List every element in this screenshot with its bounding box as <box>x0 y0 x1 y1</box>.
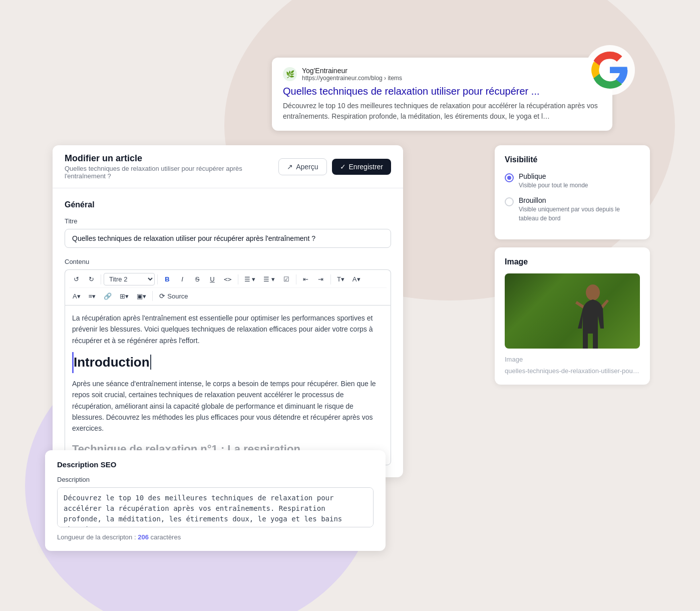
radio-brouillon-circle <box>505 197 514 206</box>
radio-brouillon-label: Brouillon <box>519 196 640 204</box>
radio-public-desc: Visible pour tout le monde <box>519 182 588 189</box>
content-intro: La récupération après l'entraînement est… <box>72 313 384 346</box>
source-icon: ⟳ <box>159 292 165 300</box>
format-select[interactable]: Titre 2 Paragraphe Titre 1 Titre 3 Titre… <box>104 273 155 285</box>
toolbar-divider-3 <box>238 274 238 284</box>
radio-brouillon-desc: Visible uniquement par vous depuis le ta… <box>519 206 620 222</box>
toolbar-row1: ↺ ↻ Titre 2 Paragraphe Titre 1 Titre 3 T… <box>69 273 387 285</box>
google-site-name: Yog'Entraineur <box>302 67 402 75</box>
google-search-card: 🌿 Yog'Entraineur https://yogentraineur.c… <box>272 58 612 131</box>
undo-button[interactable]: ↺ <box>69 273 83 285</box>
radio-brouillon-text: Brouillon Visible uniquement par vous de… <box>519 196 640 222</box>
article-image <box>505 273 640 349</box>
radio-public-text: Publique Visible pour tout le monde <box>519 172 588 189</box>
source-label: Source <box>167 292 188 300</box>
google-logo <box>585 45 635 97</box>
toolbar-divider-1 <box>101 274 101 284</box>
radio-option-brouillon[interactable]: Brouillon Visible uniquement par vous de… <box>505 196 640 222</box>
editor-subtitle: Quelles techniques de relaxation utilise… <box>65 165 278 180</box>
enregistrer-label: Enregistrer <box>349 163 383 171</box>
code-button[interactable]: <> <box>220 273 235 285</box>
toolbar-divider-5 <box>330 274 331 284</box>
redo-button[interactable]: ↻ <box>84 273 98 285</box>
italic-button[interactable]: I <box>175 273 189 285</box>
text-bg-button[interactable]: A▾ <box>69 290 84 302</box>
seo-description-card: Description SEO Description Découvrez le… <box>45 450 386 551</box>
indent-right-button[interactable]: ⇥ <box>314 273 328 285</box>
contenu-label: Contenu <box>65 258 391 265</box>
person-silhouette <box>573 283 613 349</box>
apercu-label: Aperçu <box>296 163 318 171</box>
ordered-list-button[interactable]: ☰ ▾ <box>260 273 278 285</box>
toolbar-divider-4 <box>296 274 296 284</box>
radio-option-public[interactable]: Publique Visible pour tout le monde <box>505 172 640 189</box>
image-card-title: Image <box>505 257 640 266</box>
radio-public-circle <box>505 173 514 182</box>
content-editor[interactable]: La récupération après l'entraînement est… <box>65 305 391 465</box>
table-button[interactable]: ⊞▾ <box>116 290 132 302</box>
seo-suffix: caractères <box>149 533 181 541</box>
seo-card-title: Description SEO <box>57 460 374 469</box>
content-heading: Introduction​ <box>72 352 384 373</box>
content-body: Après une séance d'entraînement intense,… <box>72 378 384 434</box>
task-list-button[interactable]: ☑ <box>279 273 293 285</box>
seo-description-input[interactable]: Découvrez le top 10 des meilleures techn… <box>57 487 374 527</box>
google-favicon: 🌿 <box>283 67 297 81</box>
titre-input[interactable] <box>65 229 391 248</box>
bold-button[interactable]: B <box>160 273 174 285</box>
apercu-button[interactable]: ↗ Aperçu <box>278 158 326 175</box>
image-field-label: Image <box>505 356 640 363</box>
google-site-info: 🌿 Yog'Entraineur https://yogentraineur.c… <box>283 67 402 82</box>
google-site-meta: Yog'Entraineur https://yogentraineur.com… <box>302 67 402 82</box>
visibility-card: Visibilité Publique Visible pour tout le… <box>495 145 650 239</box>
toolbar-divider-2 <box>157 274 158 284</box>
seo-footer: Longueur de la descripton : 206 caractèr… <box>57 533 374 541</box>
seo-length-label: Longueur de la descripton : <box>57 533 138 541</box>
google-card-header: 🌿 Yog'Entraineur https://yogentraineur.c… <box>283 67 601 82</box>
text-color-button[interactable]: A▾ <box>349 273 364 285</box>
visibility-title: Visibilité <box>505 155 640 164</box>
radio-public-inner <box>507 176 511 180</box>
editor-body: Général Titre Contenu ↺ ↻ Titre 2 Paragr… <box>53 188 403 477</box>
seo-desc-label: Description <box>57 476 374 483</box>
radio-public-label: Publique <box>519 172 588 180</box>
indent-left-button[interactable]: ⇤ <box>299 273 313 285</box>
underline-button[interactable]: U <box>205 273 219 285</box>
toolbar-row2: A▾ ≡▾ 🔗 ⊞▾ ▣▾ ⟳ Source <box>69 287 387 302</box>
section-general: Général <box>65 200 391 209</box>
titre-label: Titre <box>65 217 391 225</box>
editor-title: Modifier un article <box>65 153 278 164</box>
google-site-url: https://yogentraineur.com/blog › items <box>302 75 402 82</box>
google-result-title[interactable]: Quelles techniques de relaxation utilise… <box>283 85 601 98</box>
seo-char-count: 206 <box>138 533 149 541</box>
strikethrough-button[interactable]: S <box>190 273 204 285</box>
sidebar-panel: Visibilité Publique Visible pour tout le… <box>495 145 650 385</box>
content-toolbar: ↺ ↻ Titre 2 Paragraphe Titre 1 Titre 3 T… <box>65 269 391 305</box>
media-button[interactable]: ▣▾ <box>133 290 150 302</box>
check-icon: ✓ <box>340 163 346 171</box>
editor-panel: Modifier un article Quelles techniques d… <box>53 145 403 477</box>
toolbar-divider-6 <box>152 291 153 301</box>
link-button[interactable]: 🔗 <box>100 290 115 302</box>
apercu-icon: ↗ <box>287 163 293 171</box>
image-card: Image Image quelles-techniques-de-relaxa… <box>495 247 650 385</box>
editor-header-actions: ↗ Aperçu ✓ Enregistrer <box>278 158 391 175</box>
align-button[interactable]: ≡▾ <box>85 290 100 302</box>
url-field: quelles-techniques-de-relaxation-utilise… <box>505 367 640 375</box>
editor-header: Modifier un article Quelles techniques d… <box>53 145 403 188</box>
editor-header-left: Modifier un article Quelles techniques d… <box>65 153 278 180</box>
bullet-list-button[interactable]: ☰ ▾ <box>241 273 259 285</box>
source-button[interactable]: ⟳ Source <box>155 290 192 302</box>
svg-point-1 <box>586 284 600 300</box>
text-style-button[interactable]: T▾ <box>333 273 348 285</box>
google-snippet: Découvrez le top 10 des meilleures techn… <box>283 101 601 122</box>
enregistrer-button[interactable]: ✓ Enregistrer <box>332 159 391 175</box>
